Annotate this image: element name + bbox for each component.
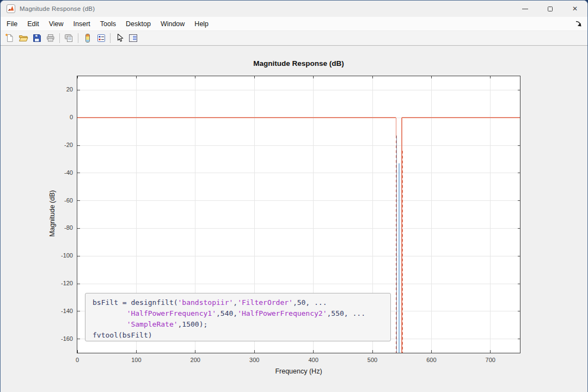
x-tick-label: 500 — [367, 357, 377, 363]
save-button[interactable] — [30, 32, 44, 45]
pointer-cursor-icon — [115, 33, 125, 43]
menu-window[interactable]: Window — [156, 18, 189, 30]
open-file-button[interactable] — [16, 32, 30, 45]
maximize-button[interactable] — [537, 1, 562, 17]
tick-mark — [77, 284, 80, 284]
y-tick-label: -20 — [1, 142, 73, 148]
gridline — [77, 228, 520, 229]
tick-mark — [518, 173, 520, 173]
insert-legend-button[interactable] — [94, 32, 108, 45]
save-floppy-icon — [32, 33, 42, 43]
print-preview-button[interactable] — [62, 32, 76, 45]
gridline — [77, 90, 520, 90]
y-tick-label: 0 — [1, 114, 73, 120]
window-title: Magnitude Response (dB) — [20, 5, 95, 12]
tick-mark — [431, 76, 432, 78]
title-bar: Magnitude Response (dB) ✕ — [1, 1, 587, 17]
code-line: 'HalfPowerFrequency1',540,'HalfPowerFreq… — [93, 308, 390, 319]
x-tick-label: 100 — [131, 357, 141, 363]
tick-mark — [431, 350, 432, 353]
tick-mark — [254, 76, 255, 78]
tick-mark — [313, 350, 314, 353]
plot-title: Magnitude Response (dB) — [77, 59, 520, 68]
x-tick-label: 0 — [76, 357, 79, 363]
toolbar-separator — [59, 33, 60, 43]
response-line — [402, 117, 520, 118]
tick-mark — [518, 284, 520, 284]
new-document-button[interactable] — [3, 32, 16, 45]
pointer-tool-button[interactable] — [113, 32, 126, 45]
legend-icon — [96, 33, 106, 43]
y-axis-label: Magnitude (dB) — [48, 178, 58, 249]
matlab-icon — [7, 4, 15, 13]
response-line — [399, 163, 400, 353]
filter-info-panel-button[interactable] — [126, 32, 140, 45]
code-line: fvtool(bsFilt) — [93, 330, 390, 341]
response-line — [402, 151, 403, 353]
tick-mark — [136, 350, 137, 353]
menu-edit[interactable]: Edit — [22, 18, 44, 30]
tick-mark — [518, 145, 520, 146]
minimize-icon — [522, 9, 528, 9]
minimize-button[interactable] — [512, 1, 537, 17]
tick-mark — [136, 76, 137, 78]
y-tick-label: 20 — [1, 86, 73, 93]
gridline — [77, 173, 520, 173]
gridline — [77, 256, 520, 256]
tick-mark — [518, 90, 520, 90]
maximize-icon — [548, 7, 553, 11]
x-axis-label: Frequency (Hz) — [77, 367, 520, 375]
y-tick-label: -80 — [1, 224, 73, 231]
x-tick-label: 700 — [486, 357, 495, 363]
code-line: bsFilt = designfilt('bandstopiir','Filte… — [93, 297, 390, 308]
tick-mark — [77, 173, 80, 173]
menu-bar: FileEditViewInsertToolsDesktopWindowHelp — [1, 17, 587, 31]
menu-insert[interactable]: Insert — [69, 18, 95, 30]
close-button[interactable]: ✕ — [562, 1, 587, 17]
tick-mark — [77, 350, 78, 353]
print-button[interactable] — [44, 32, 57, 45]
y-tick-label: -120 — [1, 280, 73, 286]
code-annotation: bsFilt = designfilt('bandstopiir','Filte… — [85, 293, 391, 341]
toolbar — [1, 31, 587, 46]
window-controls: ✕ — [512, 1, 587, 17]
tick-mark — [77, 339, 80, 339]
toolbar-separator — [78, 33, 78, 43]
open-folder-icon — [19, 33, 28, 43]
new-document-icon — [5, 33, 15, 43]
y-tick-label: -100 — [1, 252, 73, 259]
colormap-icon — [83, 33, 93, 43]
tick-mark — [77, 228, 80, 229]
tick-mark — [518, 200, 520, 201]
menu-desktop[interactable]: Desktop — [121, 18, 156, 30]
tick-mark — [518, 228, 520, 229]
close-icon: ✕ — [572, 5, 578, 13]
menu-view[interactable]: View — [44, 18, 69, 30]
menu-help[interactable]: Help — [189, 18, 213, 30]
menu-file[interactable]: File — [2, 18, 22, 30]
tick-mark — [77, 311, 80, 311]
response-line — [396, 136, 397, 353]
dock-figure-arrow-icon[interactable] — [575, 20, 582, 27]
y-tick-label: -160 — [1, 335, 73, 342]
tick-mark — [254, 350, 255, 353]
tick-mark — [518, 339, 520, 339]
tick-mark — [518, 311, 520, 311]
x-tick-label: 200 — [191, 357, 200, 363]
print-preview-icon — [64, 33, 75, 43]
x-tick-label: 300 — [249, 357, 259, 363]
tick-mark — [77, 200, 80, 201]
tick-mark — [195, 76, 195, 78]
panel-icon — [128, 33, 138, 43]
gridline — [77, 284, 520, 284]
tick-mark — [372, 76, 373, 78]
menu-tools[interactable]: Tools — [95, 18, 121, 30]
tick-mark — [518, 256, 520, 256]
colormap-button[interactable] — [81, 32, 94, 45]
tick-mark — [195, 350, 195, 353]
menu-bar-items: FileEditViewInsertToolsDesktopWindowHelp — [2, 18, 213, 30]
figure-area: Magnitude Response (dB) Frequency (Hz) M… — [1, 46, 587, 392]
y-tick-label: -140 — [1, 308, 73, 314]
y-tick-label: -40 — [1, 169, 73, 176]
y-tick-label: -60 — [1, 197, 73, 204]
